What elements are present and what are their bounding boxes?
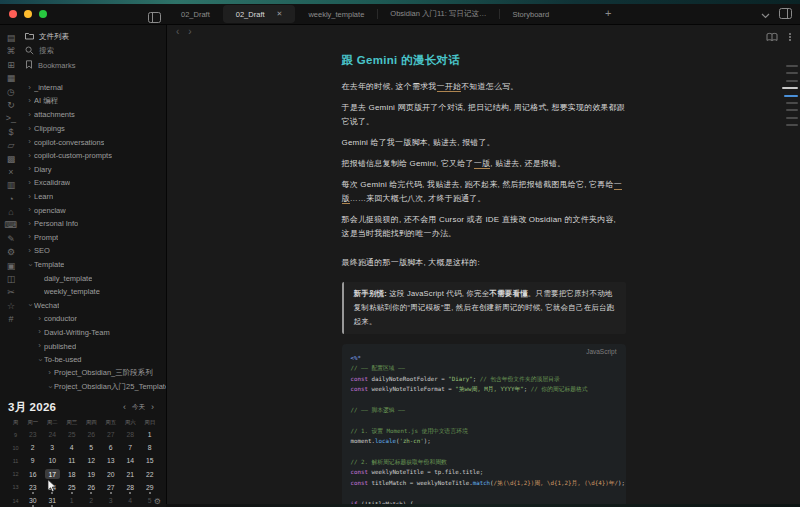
close-window-button[interactable] <box>9 10 17 18</box>
ribbon-icon-15[interactable]: ⌨ <box>5 220 18 230</box>
calendar-day[interactable]: 6 <box>101 441 121 454</box>
navigate-back-icon[interactable]: ‹ <box>176 26 179 38</box>
ribbon-icon-22[interactable]: # <box>8 314 13 324</box>
sidebar-item-bookmarks[interactable]: Bookmarks <box>22 58 166 72</box>
calendar-day[interactable]: 28 <box>121 428 141 441</box>
zoom-window-button[interactable] <box>39 10 47 18</box>
tree-item[interactable]: ›To-be-used <box>22 353 166 367</box>
more-options-icon[interactable] <box>789 36 791 38</box>
calendar-day[interactable]: 12 <box>82 454 102 467</box>
calendar-day[interactable]: 26 <box>82 481 102 494</box>
tree-item[interactable]: ›Project_Obsidian入门25_Templater <box>22 380 166 394</box>
ribbon-icon-16[interactable]: ✎ <box>7 234 15 244</box>
tab[interactable]: weekly_template <box>295 5 377 23</box>
tab[interactable]: Storyboard <box>499 5 562 23</box>
tab[interactable]: Obsidian 入门11: 写日记这… <box>377 5 499 23</box>
ribbon-icon-12[interactable]: ▥ <box>7 180 16 190</box>
tree-item[interactable]: ›Wechat <box>22 299 166 313</box>
calendar-day[interactable]: 28 <box>121 481 141 494</box>
calendar-day[interactable]: 4 <box>121 494 141 507</box>
calendar-day[interactable]: 13 <box>101 454 121 467</box>
calendar-day[interactable]: 16 <box>23 468 43 481</box>
tree-item[interactable]: ›copilot-conversations <box>22 135 166 149</box>
navigate-forward-icon[interactable]: › <box>188 26 191 38</box>
calendar-settings-gear-icon[interactable]: ⚙ <box>154 497 161 506</box>
sidebar-item-file-list[interactable]: 文件列表 <box>22 30 166 44</box>
ribbon-icon-5[interactable]: ◷ <box>7 87 15 97</box>
tab[interactable]: 02_Draft <box>168 5 223 23</box>
calendar-day[interactable]: 15 <box>140 454 160 467</box>
tree-item[interactable]: ›copilot-custom-prompts <box>22 149 166 163</box>
calendar-day[interactable]: 21 <box>121 468 141 481</box>
ribbon-icon-8[interactable]: $ <box>8 127 13 137</box>
calendar-day[interactable]: 11 <box>62 454 82 467</box>
calendar-day[interactable]: 8 <box>140 441 160 454</box>
calendar-day[interactable]: 7 <box>121 441 141 454</box>
tree-item[interactable]: ›Prompt <box>22 231 166 245</box>
ribbon-icon-1[interactable]: ▤ <box>7 33 16 43</box>
calendar-day[interactable]: 29 <box>140 481 160 494</box>
calendar-day[interactable]: 20 <box>101 468 121 481</box>
calendar-prev-icon[interactable]: ‹ <box>123 402 126 412</box>
calendar-day[interactable]: 27 <box>101 428 121 441</box>
calendar-day[interactable]: 1 <box>140 428 160 441</box>
tree-item[interactable]: ›SEO <box>22 244 166 258</box>
calendar-day[interactable]: 23 <box>23 428 43 441</box>
tree-item[interactable]: ›AI 编程 <box>22 95 166 109</box>
calendar-day[interactable]: 5 <box>82 441 102 454</box>
sidebar-toggle-icon[interactable] <box>148 9 161 27</box>
minimize-window-button[interactable] <box>24 10 32 18</box>
tree-item[interactable]: ›David-Writing-Team <box>22 326 166 340</box>
ribbon-icon-11[interactable]: × <box>8 167 13 177</box>
ribbon-icon-2[interactable]: ⌘ <box>7 46 16 56</box>
calendar-day[interactable]: 3 <box>43 441 63 454</box>
tree-item[interactable]: ›openclaw <box>22 203 166 217</box>
ribbon-icon-19[interactable]: ◫ <box>7 274 16 284</box>
calendar-day[interactable]: 2 <box>23 441 43 454</box>
ribbon-icon-17[interactable]: ⚙ <box>7 247 15 257</box>
calendar-day[interactable]: 2 <box>82 494 102 507</box>
editor-scroll-area[interactable]: 跟 Gemini 的漫长对话 在去年的时候, 这个需求我一开始不知道怎么写。于是… <box>167 41 800 507</box>
chevron-down-icon[interactable] <box>761 5 770 23</box>
right-sidebar-toggle-icon[interactable] <box>779 5 792 23</box>
calendar-day[interactable]: 30 <box>23 494 43 507</box>
ribbon-icon-9[interactable]: ▱ <box>8 140 15 150</box>
tree-item[interactable]: ›attachments <box>22 108 166 122</box>
calendar-day[interactable]: 19 <box>82 468 102 481</box>
calendar-day[interactable]: 14 <box>121 454 141 467</box>
tree-item[interactable]: ›published <box>22 339 166 353</box>
tree-item[interactable]: ›weekly_template <box>22 285 166 299</box>
ribbon-icon-3[interactable]: ⊞ <box>7 60 15 70</box>
ribbon-icon-6[interactable]: ↻ <box>7 100 15 110</box>
ribbon-icon-21[interactable]: ☆ <box>7 301 15 311</box>
tree-item[interactable]: ›conductor <box>22 312 166 326</box>
calendar-day[interactable]: 25 <box>62 428 82 441</box>
calendar-day[interactable]: 26 <box>82 428 102 441</box>
tree-item[interactable]: ›daily_template <box>22 271 166 285</box>
tree-item[interactable]: ›Template <box>22 258 166 272</box>
calendar-day[interactable]: 18 <box>62 468 82 481</box>
calendar-next-icon[interactable]: › <box>151 402 154 412</box>
tree-item[interactable]: ›Personal Info <box>22 217 166 231</box>
calendar-day[interactable]: 27 <box>101 481 121 494</box>
ribbon-icon-4[interactable]: ▦ <box>7 73 16 83</box>
ribbon-icon-10[interactable]: ▩ <box>7 154 16 164</box>
tree-item[interactable]: ›Clippings <box>22 122 166 136</box>
ribbon-icon-13[interactable]: ◔ <box>8 194 13 204</box>
calendar-day[interactable]: 10 <box>43 454 63 467</box>
calendar-day[interactable]: 25 <box>62 481 82 494</box>
ribbon-icon-18[interactable]: ▣ <box>7 261 16 271</box>
calendar-day[interactable]: 22 <box>140 468 160 481</box>
ribbon-icon-7[interactable]: >_ <box>6 113 16 123</box>
calendar-day[interactable]: 9 <box>23 454 43 467</box>
tree-item[interactable]: ›Learn <box>22 190 166 204</box>
ribbon-icon-14[interactable]: ⌂ <box>8 207 13 217</box>
tree-item[interactable]: ›_internal <box>22 81 166 95</box>
tree-item[interactable]: ›Diary <box>22 163 166 177</box>
calendar-day[interactable]: 24 <box>43 428 63 441</box>
calendar-day[interactable]: 4 <box>62 441 82 454</box>
new-tab-button[interactable]: + <box>605 8 611 19</box>
calendar-today-button[interactable]: 今天 <box>132 403 145 412</box>
tree-item[interactable]: ›Excalidraw <box>22 176 166 190</box>
calendar-day[interactable]: 1 <box>62 494 82 507</box>
